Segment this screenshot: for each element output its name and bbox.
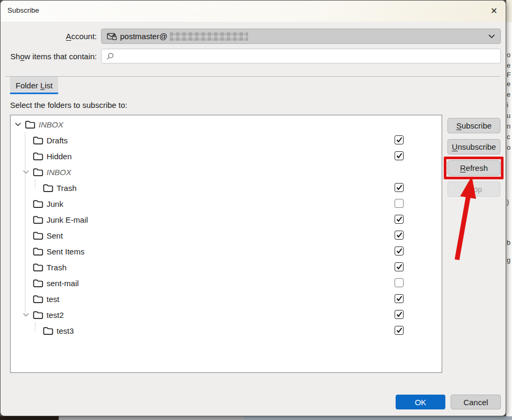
folder-icon <box>25 120 36 129</box>
folder-label: INBOX <box>47 168 71 177</box>
background-text-fragment: o <box>507 144 512 151</box>
folder-label: Junk <box>47 199 63 208</box>
subscribe-checkbox[interactable] <box>395 199 404 208</box>
background-text-fragment: ) <box>507 198 512 206</box>
subscribe-checkbox[interactable] <box>395 310 404 319</box>
tree-row[interactable]: test2 <box>11 307 442 323</box>
unsubscribe-button[interactable]: Unsubscribe <box>447 139 500 154</box>
background-window-toolbar <box>506 0 512 22</box>
tree-row[interactable]: sent-mail <box>11 275 442 291</box>
tree-row[interactable]: INBOX <box>11 164 442 180</box>
tree-row[interactable]: Hidden <box>11 148 442 164</box>
subscribe-checkbox[interactable] <box>395 278 404 287</box>
account-label: Account: <box>1 32 97 41</box>
subscribe-checkbox[interactable] <box>395 262 404 271</box>
subscribe-checkbox[interactable] <box>395 294 404 303</box>
folder-icon <box>33 152 44 161</box>
ok-button[interactable]: OK <box>396 395 445 409</box>
folder-icon <box>33 199 44 208</box>
folder-icon <box>43 184 54 193</box>
background-text-fragment: e <box>507 62 512 69</box>
active-tab-underline <box>10 93 58 94</box>
subscribe-checkbox[interactable] <box>395 135 404 144</box>
folder-label: Hidden <box>47 152 72 161</box>
tree-row[interactable]: Sent <box>11 227 442 243</box>
subscribe-checkbox[interactable] <box>395 246 404 255</box>
folder-label: Drafts <box>47 136 68 145</box>
folder-icon <box>43 326 54 335</box>
account-value: postmaster@ <box>120 32 167 41</box>
folder-label: Trash <box>57 184 77 193</box>
tree-row[interactable]: Junk E-mail <box>11 212 442 227</box>
account-redacted-domain <box>170 32 248 41</box>
folder-icon <box>33 279 44 288</box>
background-bottom-strip <box>0 416 512 420</box>
subscribe-button[interactable]: Subscribe <box>447 118 500 133</box>
tab-label: Folder List <box>15 81 52 90</box>
folder-label: test3 <box>57 326 74 335</box>
tab-folder-list[interactable]: Folder List <box>10 77 58 94</box>
cancel-button[interactable]: Cancel <box>451 395 501 409</box>
background-text-fragment: n <box>507 123 512 130</box>
folder-label: Sent <box>47 231 63 240</box>
background-text-fragment: b <box>507 239 512 246</box>
stop-button: Stop <box>447 181 500 197</box>
folder-icon <box>33 311 44 319</box>
tab-strip-divider <box>5 76 500 77</box>
background-text-fragment: o <box>507 51 512 59</box>
chevron-expanded-icon[interactable] <box>23 313 33 317</box>
subscribe-checkbox[interactable] <box>395 326 404 335</box>
folder-label: sent-mail <box>47 279 79 288</box>
filter-label: Show items that contain: <box>1 52 97 61</box>
tree-row[interactable]: Sent Items <box>11 243 442 259</box>
background-text-fragment: F <box>507 71 512 79</box>
background-text-fragment: e <box>507 80 512 88</box>
folder-label: Trash <box>47 263 67 272</box>
subscribe-checkbox[interactable] <box>395 231 404 240</box>
chevron-down-icon <box>488 34 495 39</box>
folder-label: Sent Items <box>47 247 85 256</box>
mail-account-lock-icon <box>107 32 117 40</box>
subscribe-checkbox[interactable] <box>395 151 404 160</box>
background-text-fragment: c <box>507 133 512 141</box>
screen: oeFeeiunco)bg Subscribe ✕ Account: postm… <box>0 0 512 420</box>
tree-row[interactable]: INBOX <box>11 116 442 132</box>
tree-row[interactable]: Junk <box>11 196 442 212</box>
chevron-expanded-icon[interactable] <box>23 170 33 174</box>
tree-row[interactable]: Trash <box>11 180 442 196</box>
folder-label: INBOX <box>39 120 63 129</box>
folder-icon <box>33 168 44 177</box>
folder-icon <box>33 215 44 224</box>
tree-row[interactable]: Trash <box>11 259 442 275</box>
background-text-fragment: g <box>507 257 512 264</box>
tree-row[interactable]: Drafts <box>11 132 442 148</box>
search-field[interactable] <box>101 49 501 63</box>
dialog-title: Subscribe <box>7 6 39 14</box>
folder-icon <box>33 263 44 272</box>
folder-tree[interactable]: INBOX Drafts Hidden <box>10 115 442 373</box>
refresh-button[interactable]: Refresh <box>447 160 500 176</box>
subscribe-dialog: Subscribe ✕ Account: postmaster@ Show it… <box>0 0 506 416</box>
background-text-fragment: u <box>507 112 512 120</box>
folder-icon <box>33 136 44 145</box>
search-input[interactable] <box>117 52 496 61</box>
search-icon <box>106 52 114 60</box>
folder-label: Junk E-mail <box>47 215 88 224</box>
folder-label: test <box>47 295 59 304</box>
close-icon[interactable]: ✕ <box>486 3 502 18</box>
folder-icon <box>33 231 44 240</box>
folder-icon <box>33 295 44 304</box>
tree-row[interactable]: test <box>11 291 442 307</box>
background-text-fragment: i <box>507 102 512 109</box>
folder-icon <box>33 247 44 256</box>
dialog-titlebar[interactable]: Subscribe ✕ <box>1 1 506 22</box>
subscribe-checkbox[interactable] <box>395 215 404 224</box>
background-text-fragment: e <box>507 91 512 98</box>
folder-label: test2 <box>47 311 64 319</box>
chevron-expanded-icon[interactable] <box>15 122 25 126</box>
account-dropdown[interactable]: postmaster@ <box>101 29 501 44</box>
background-window-strip: oeFeeiunco)bg <box>506 0 512 416</box>
list-caption: Select the folders to subscribe to: <box>10 101 127 109</box>
subscribe-checkbox[interactable] <box>395 183 404 192</box>
tree-row[interactable]: test3 <box>11 323 442 339</box>
